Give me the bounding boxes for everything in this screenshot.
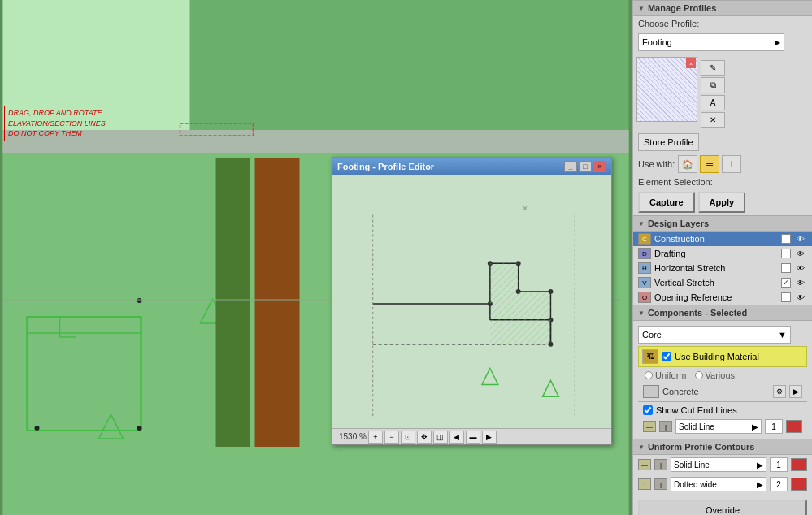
store-profile-row: Store Profile: [633, 131, 812, 154]
building-material-icon-btn[interactable]: 🏗: [642, 349, 658, 364]
apply-button[interactable]: Apply: [698, 192, 746, 213]
zoom-label: 1530 %: [339, 432, 367, 441]
contour-color-1[interactable]: [791, 458, 807, 471]
preview-close-btn[interactable]: ×: [686, 58, 696, 68]
uniform-label: Uniform: [655, 370, 687, 380]
components-section: Core ▼ 🏗 Use Building Material Uniform V…: [633, 321, 812, 439]
capture-button[interactable]: Capture: [638, 192, 695, 213]
design-layers-header: ▼ Design Layers: [633, 215, 812, 232]
use-with-icons: 🏠 ═ I: [678, 155, 741, 173]
contour-line-width-2[interactable]: 2: [770, 477, 788, 491]
solid-line-arrow: ▶: [752, 422, 758, 431]
layer-name-drafting: Drafting: [654, 249, 778, 258]
contour-dotted-dropdown[interactable]: Dotted wide ▶: [671, 477, 766, 491]
nav-right[interactable]: ▶: [482, 431, 497, 444]
design-layers-collapse-icon: ▼: [638, 220, 645, 227]
close-button[interactable]: ×: [593, 161, 606, 172]
layer-row-h-stretch[interactable]: H Horizontal Stretch 👁: [633, 261, 812, 275]
various-radio[interactable]: Various: [695, 370, 735, 380]
uniform-profile-header: ▼ Uniform Profile Contours: [633, 439, 812, 455]
construction-visibility-icon[interactable]: 👁: [794, 233, 807, 245]
contour-solid-label: Solid Line: [674, 461, 710, 470]
use-with-label: Use with:: [638, 159, 675, 169]
opening-ref-visibility-icon[interactable]: 👁: [794, 292, 807, 303]
uniform-radio-btn[interactable]: [645, 371, 653, 379]
delete-profile-btn[interactable]: ✕: [701, 112, 725, 128]
solid-line-width[interactable]: 1: [765, 419, 783, 434]
text-btn[interactable]: A: [701, 95, 725, 110]
use-column-btn[interactable]: I: [722, 155, 741, 173]
various-radio-btn[interactable]: [695, 371, 703, 379]
layer-name-v-stretch: Vertical Stretch: [654, 278, 778, 288]
restore-button[interactable]: □: [579, 161, 592, 172]
v-stretch-layer-icon: V: [638, 277, 651, 288]
separator-1: [638, 401, 807, 402]
concrete-arrow-btn[interactable]: ▶: [789, 385, 802, 398]
solid-line-color[interactable]: [786, 420, 802, 433]
right-panel: ▼ Manage Profiles Choose Profile: Footin…: [632, 0, 812, 515]
components-selected-title: Components - Selected: [648, 308, 747, 318]
profile-editor-footer: 1530 % + − ⊡ ✥ ◫ ◀ ▬ ▶: [332, 428, 611, 444]
use-building-material-row: 🏗 Use Building Material: [638, 346, 807, 367]
choose-profile-row: Choose Profile:: [633, 16, 812, 31]
svg-text:×: ×: [523, 203, 528, 213]
show-cut-checkbox[interactable]: [643, 405, 653, 415]
contour-dotted-label: Dotted wide: [674, 480, 717, 489]
edit-profile-btn[interactable]: ✎: [701, 60, 725, 76]
svg-rect-18: [216, 158, 250, 447]
nav-scroll[interactable]: ▬: [466, 431, 480, 444]
use-beam-btn[interactable]: ═: [700, 155, 719, 173]
h-stretch-layer-icon: H: [638, 262, 651, 274]
contour-dotted-row: · | Dotted wide ▶ 2: [633, 475, 812, 493]
contour-dotted-icon-1: ·: [638, 478, 651, 490]
profile-editor-window: Footing - Profile Editor _ □ × ×: [332, 157, 612, 445]
store-profile-button[interactable]: Store Profile: [638, 133, 699, 151]
uniform-collapse-icon: ▼: [638, 444, 645, 451]
pan-btn[interactable]: ✥: [417, 431, 432, 444]
contour-color-2[interactable]: [791, 478, 807, 491]
solid-line-dropdown[interactable]: Solid Line ▶: [675, 419, 762, 434]
manage-profiles-title: Manage Profiles: [648, 3, 716, 13]
v-stretch-visibility-icon[interactable]: 👁: [794, 277, 807, 288]
zoom-in-btn[interactable]: +: [368, 431, 383, 444]
layer-row-opening-ref[interactable]: O Opening Reference 👁: [633, 290, 812, 305]
zoom-out-btn[interactable]: −: [384, 431, 399, 444]
use-with-row: Use with: 🏠 ═ I: [633, 154, 812, 175]
layer-row-construction[interactable]: C Construction 👁: [633, 232, 812, 246]
minimize-button[interactable]: _: [564, 161, 577, 172]
core-dropdown[interactable]: Core ▼: [638, 326, 791, 344]
profile-dropdown[interactable]: Footing ▶: [638, 33, 784, 51]
v-stretch-checkbox[interactable]: [781, 278, 791, 288]
core-dropdown-arrow: ▼: [778, 330, 787, 340]
contour-line-width-1[interactable]: 1: [770, 457, 788, 472]
opening-ref-layer-icon: O: [638, 292, 651, 303]
copy-profile-btn[interactable]: ⧉: [701, 77, 725, 93]
use-wall-btn[interactable]: 🏠: [678, 155, 697, 173]
svg-point-14: [137, 426, 142, 431]
fit-btn[interactable]: ⊡: [401, 431, 415, 444]
opening-ref-checkbox[interactable]: [781, 292, 791, 302]
svg-point-13: [137, 298, 142, 303]
h-stretch-visibility-icon[interactable]: 👁: [794, 262, 807, 274]
contour-solid-dropdown[interactable]: Solid Line ▶: [671, 457, 766, 472]
use-building-checkbox[interactable]: [662, 352, 671, 361]
canvas-area: DRAG, DROP AND ROTATEELAVATION/SECTION L…: [0, 0, 632, 515]
design-layers-title: Design Layers: [648, 219, 709, 228]
drafting-checkbox[interactable]: [781, 249, 791, 258]
collapse-icon: ▼: [638, 5, 645, 12]
construction-checkbox[interactable]: [781, 234, 791, 244]
h-stretch-checkbox[interactable]: [781, 263, 791, 273]
override-button[interactable]: Override: [638, 500, 807, 515]
nav-left[interactable]: ◀: [449, 431, 464, 444]
core-label: Core: [642, 330, 662, 340]
show-cut-label: Show Cut End Lines: [656, 405, 737, 415]
uniform-radio[interactable]: Uniform: [645, 370, 687, 380]
drafting-visibility-icon[interactable]: 👁: [794, 248, 807, 259]
layer-row-v-stretch[interactable]: V Vertical Stretch 👁: [633, 275, 812, 290]
store-profile-label: Store Profile: [644, 137, 693, 147]
scroll-btn[interactable]: ◫: [433, 431, 448, 444]
solid-line-icon: —: [643, 421, 656, 432]
profile-dropdown-value: Footing: [642, 37, 672, 47]
concrete-settings-btn[interactable]: ⚙: [773, 385, 786, 398]
layer-row-drafting[interactable]: D Drafting 👁: [633, 246, 812, 261]
